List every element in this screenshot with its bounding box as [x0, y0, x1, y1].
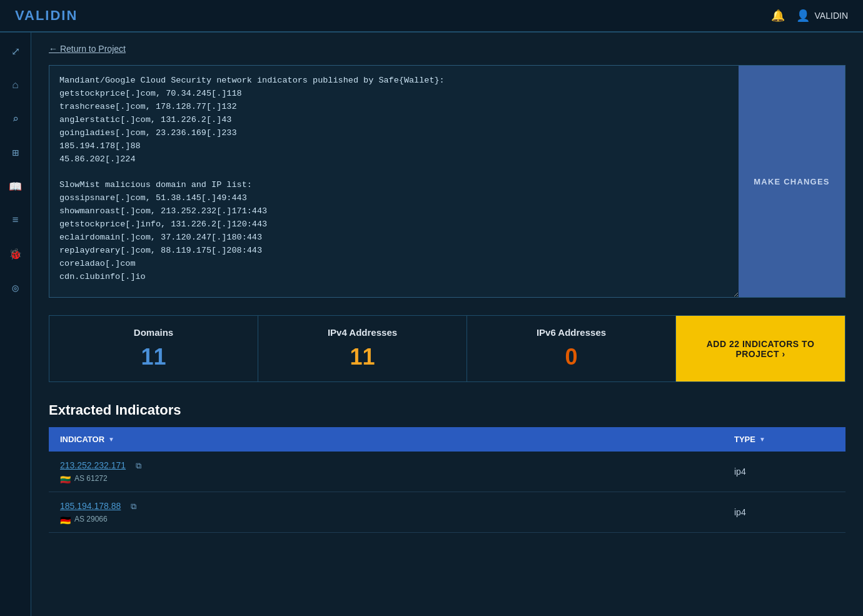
- expand-icon[interactable]: ⤢: [6, 41, 26, 61]
- search-icon[interactable]: ⌕: [6, 109, 26, 129]
- indicator-cell: 185.194.178.88 ⧉ 🇩🇪 AS 29066: [60, 501, 734, 523]
- extracted-indicators-title: Extracted Indicators: [49, 402, 845, 418]
- ipv4-stat: IPv4 Addresses 11: [258, 316, 467, 381]
- indicator-textarea[interactable]: [49, 66, 739, 297]
- home-icon[interactable]: ⌂: [6, 75, 26, 95]
- table-row: 185.194.178.88 ⧉ 🇩🇪 AS 29066 ip4: [49, 492, 845, 533]
- table-body: 213.252.232.171 ⧉ 🇱🇹 AS 61272 ip4 185.19…: [49, 452, 845, 533]
- logo-highlight: V: [15, 8, 24, 23]
- username-label: VALIDIN: [815, 11, 848, 21]
- back-arrow: ←: [49, 44, 58, 54]
- notifications-icon[interactable]: 🔔: [771, 9, 785, 23]
- ipv6-label: IPv6 Addresses: [537, 327, 606, 338]
- grid-icon[interactable]: ⊞: [6, 143, 26, 163]
- input-section: MAKE CHANGES: [49, 65, 845, 298]
- ipv4-label: IPv4 Addresses: [328, 327, 397, 338]
- type-filter-icon[interactable]: ▼: [759, 436, 765, 443]
- type-cell: ip4: [734, 467, 834, 477]
- as-number: AS 61272: [74, 474, 108, 483]
- indicator-cell: 213.252.232.171 ⧉ 🇱🇹 AS 61272: [60, 460, 734, 483]
- indicator-column-header: Indicator ▼: [60, 435, 734, 444]
- add-indicators-button[interactable]: ADD 22 INDICATORS TO PROJECT ›: [676, 316, 845, 381]
- main-layout: ⤢ ⌂ ⌕ ⊞ 📖 ≡ 🐞 ◎ ← Return to Project MAKE…: [0, 33, 863, 616]
- as-info: 🇩🇪 AS 29066: [60, 515, 734, 523]
- copy-icon[interactable]: ⧉: [136, 462, 141, 471]
- breadcrumb: ← Return to Project: [49, 44, 845, 55]
- domains-label: Domains: [134, 327, 173, 338]
- sidebar: ⤢ ⌂ ⌕ ⊞ 📖 ≡ 🐞 ◎: [0, 33, 31, 616]
- type-cell: ip4: [734, 507, 834, 517]
- top-navigation: VALIDIN 🔔 👤 VALIDIN: [0, 0, 863, 33]
- indicator-link[interactable]: 213.252.232.171: [60, 460, 126, 470]
- top-right-area: 🔔 👤 VALIDIN: [771, 9, 848, 23]
- domains-stat: Domains 11: [49, 316, 258, 381]
- ipv6-value: 0: [565, 344, 577, 370]
- table-row: 213.252.232.171 ⧉ 🇱🇹 AS 61272 ip4: [49, 452, 845, 492]
- copy-icon[interactable]: ⧉: [131, 502, 136, 512]
- stats-row: Domains 11 IPv4 Addresses 11 IPv6 Addres…: [49, 315, 845, 382]
- add-indicators-label: ADD 22 INDICATORS TO PROJECT ›: [689, 339, 832, 359]
- return-to-project-link[interactable]: ← Return to Project: [49, 44, 126, 54]
- bug-icon[interactable]: 🐞: [6, 244, 26, 264]
- book-icon[interactable]: 📖: [6, 176, 26, 196]
- flag-icon: 🇱🇹: [60, 475, 71, 482]
- table-header: Indicator ▼ Type ▼: [49, 427, 845, 452]
- ipv6-stat: IPv6 Addresses 0: [467, 316, 676, 381]
- user-icon: 👤: [796, 9, 810, 23]
- type-column-header: Type ▼: [734, 435, 834, 444]
- flag-icon: 🇩🇪: [60, 515, 71, 523]
- user-area: 👤 VALIDIN: [796, 9, 848, 23]
- target-icon[interactable]: ◎: [6, 278, 26, 298]
- make-changes-button[interactable]: MAKE CHANGES: [739, 66, 845, 297]
- indicator-filter-icon[interactable]: ▼: [108, 436, 114, 443]
- main-content: ← Return to Project MAKE CHANGES Domains…: [31, 33, 863, 616]
- list-icon[interactable]: ≡: [6, 210, 26, 230]
- as-number: AS 29066: [74, 515, 108, 523]
- as-info: 🇱🇹 AS 61272: [60, 474, 734, 483]
- app-logo: VALIDIN: [15, 8, 78, 24]
- indicator-link[interactable]: 185.194.178.88: [60, 501, 121, 511]
- breadcrumb-label: Return to Project: [60, 44, 126, 54]
- ipv4-value: 11: [350, 344, 375, 370]
- domains-value: 11: [141, 344, 166, 370]
